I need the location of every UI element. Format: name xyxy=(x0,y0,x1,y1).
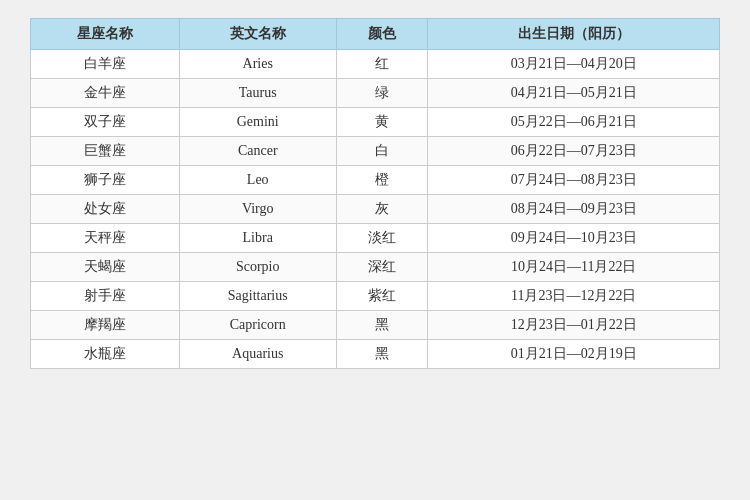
cell-color: 深红 xyxy=(336,253,428,282)
cell-date: 12月23日—01月22日 xyxy=(428,311,720,340)
cell-chinese-name: 白羊座 xyxy=(31,50,180,79)
table-row: 天秤座Libra淡红09月24日—10月23日 xyxy=(31,224,720,253)
table-container: 星座名称 英文名称 颜色 出生日期（阳历） 白羊座Aries红03月21日—04… xyxy=(30,10,720,369)
cell-color: 灰 xyxy=(336,195,428,224)
cell-color: 淡红 xyxy=(336,224,428,253)
cell-date: 01月21日—02月19日 xyxy=(428,340,720,369)
cell-chinese-name: 处女座 xyxy=(31,195,180,224)
cell-color: 黑 xyxy=(336,311,428,340)
table-row: 处女座Virgo灰08月24日—09月23日 xyxy=(31,195,720,224)
cell-chinese-name: 双子座 xyxy=(31,108,180,137)
cell-english-name: Aries xyxy=(179,50,336,79)
cell-date: 09月24日—10月23日 xyxy=(428,224,720,253)
cell-english-name: Sagittarius xyxy=(179,282,336,311)
header-english-name: 英文名称 xyxy=(179,19,336,50)
cell-chinese-name: 水瓶座 xyxy=(31,340,180,369)
table-row: 巨蟹座Cancer白06月22日—07月23日 xyxy=(31,137,720,166)
table-row: 金牛座Taurus绿04月21日—05月21日 xyxy=(31,79,720,108)
cell-date: 06月22日—07月23日 xyxy=(428,137,720,166)
cell-english-name: Capricorn xyxy=(179,311,336,340)
cell-english-name: Gemini xyxy=(179,108,336,137)
cell-english-name: Libra xyxy=(179,224,336,253)
cell-color: 橙 xyxy=(336,166,428,195)
cell-date: 05月22日—06月21日 xyxy=(428,108,720,137)
cell-date: 08月24日—09月23日 xyxy=(428,195,720,224)
cell-color: 白 xyxy=(336,137,428,166)
table-row: 摩羯座Capricorn黑12月23日—01月22日 xyxy=(31,311,720,340)
header-chinese-name: 星座名称 xyxy=(31,19,180,50)
table-row: 水瓶座Aquarius黑01月21日—02月19日 xyxy=(31,340,720,369)
cell-chinese-name: 天蝎座 xyxy=(31,253,180,282)
cell-english-name: Taurus xyxy=(179,79,336,108)
cell-chinese-name: 巨蟹座 xyxy=(31,137,180,166)
cell-color: 红 xyxy=(336,50,428,79)
header-color: 颜色 xyxy=(336,19,428,50)
cell-date: 03月21日—04月20日 xyxy=(428,50,720,79)
cell-date: 07月24日—08月23日 xyxy=(428,166,720,195)
table-row: 双子座Gemini黄05月22日—06月21日 xyxy=(31,108,720,137)
cell-english-name: Aquarius xyxy=(179,340,336,369)
cell-english-name: Cancer xyxy=(179,137,336,166)
cell-date: 04月21日—05月21日 xyxy=(428,79,720,108)
cell-chinese-name: 射手座 xyxy=(31,282,180,311)
cell-color: 黑 xyxy=(336,340,428,369)
cell-chinese-name: 狮子座 xyxy=(31,166,180,195)
cell-color: 紫红 xyxy=(336,282,428,311)
table-row: 射手座Sagittarius紫红11月23日—12月22日 xyxy=(31,282,720,311)
cell-english-name: Virgo xyxy=(179,195,336,224)
cell-chinese-name: 金牛座 xyxy=(31,79,180,108)
cell-color: 绿 xyxy=(336,79,428,108)
cell-chinese-name: 天秤座 xyxy=(31,224,180,253)
cell-color: 黄 xyxy=(336,108,428,137)
table-row: 天蝎座Scorpio深红10月24日—11月22日 xyxy=(31,253,720,282)
cell-english-name: Scorpio xyxy=(179,253,336,282)
cell-english-name: Leo xyxy=(179,166,336,195)
table-row: 白羊座Aries红03月21日—04月20日 xyxy=(31,50,720,79)
cell-chinese-name: 摩羯座 xyxy=(31,311,180,340)
cell-date: 10月24日—11月22日 xyxy=(428,253,720,282)
table-header-row: 星座名称 英文名称 颜色 出生日期（阳历） xyxy=(31,19,720,50)
zodiac-table: 星座名称 英文名称 颜色 出生日期（阳历） 白羊座Aries红03月21日—04… xyxy=(30,18,720,369)
header-date: 出生日期（阳历） xyxy=(428,19,720,50)
cell-date: 11月23日—12月22日 xyxy=(428,282,720,311)
table-row: 狮子座Leo橙07月24日—08月23日 xyxy=(31,166,720,195)
